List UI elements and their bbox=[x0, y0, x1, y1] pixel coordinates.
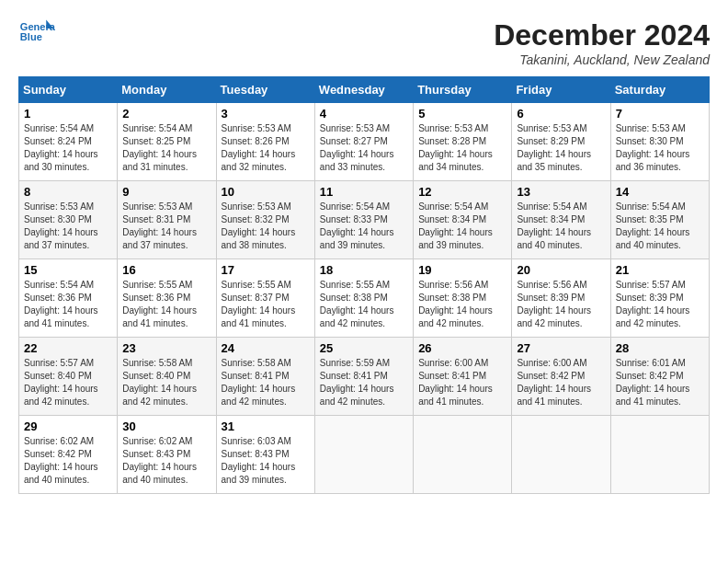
daylight-and-text: and 40 minutes. bbox=[122, 475, 188, 485]
svg-text:Blue: Blue bbox=[20, 31, 42, 42]
sunset-text: Sunset: 8:24 PM bbox=[24, 136, 92, 146]
calendar-day-cell: 21Sunrise: 5:57 AMSunset: 8:39 PMDayligh… bbox=[610, 259, 709, 338]
daylight-and-text: and 42 minutes. bbox=[320, 396, 385, 407]
daylight-and-text: and 38 minutes. bbox=[222, 240, 287, 250]
calendar-day-cell: 15Sunrise: 5:54 AMSunset: 8:36 PMDayligh… bbox=[19, 259, 118, 338]
sunset-text: Sunset: 8:41 PM bbox=[222, 371, 290, 381]
day-info: Sunrise: 6:01 AMSunset: 8:42 PMDaylight:… bbox=[616, 357, 704, 408]
sunset-text: Sunset: 8:39 PM bbox=[616, 293, 684, 303]
day-info: Sunrise: 6:03 AMSunset: 8:43 PMDaylight:… bbox=[222, 435, 310, 487]
sunrise-text: Sunrise: 5:55 AM bbox=[122, 280, 192, 290]
day-number: 20 bbox=[517, 263, 605, 277]
calendar-day-cell: 14Sunrise: 5:54 AMSunset: 8:35 PMDayligh… bbox=[610, 181, 709, 259]
day-info: Sunrise: 5:55 AMSunset: 8:38 PMDaylight:… bbox=[320, 279, 408, 330]
daylight-text: Daylight: 14 hours bbox=[24, 227, 98, 237]
sunset-text: Sunset: 8:42 PM bbox=[517, 371, 585, 381]
sunset-text: Sunset: 8:35 PM bbox=[616, 214, 684, 224]
daylight-and-text: and 41 minutes. bbox=[24, 318, 89, 328]
sunset-text: Sunset: 8:37 PM bbox=[222, 293, 290, 303]
day-info: Sunrise: 6:02 AMSunset: 8:43 PMDaylight:… bbox=[122, 435, 210, 487]
sunrise-text: Sunrise: 5:57 AM bbox=[24, 358, 94, 368]
day-info: Sunrise: 5:53 AMSunset: 8:28 PMDaylight:… bbox=[418, 122, 506, 174]
daylight-and-text: and 31 minutes. bbox=[122, 162, 188, 172]
daylight-text: Daylight: 14 hours bbox=[616, 305, 690, 316]
daylight-and-text: and 41 minutes. bbox=[616, 396, 681, 407]
sunset-text: Sunset: 8:40 PM bbox=[122, 371, 190, 381]
day-number: 11 bbox=[320, 185, 408, 199]
calendar-day-cell: 9Sunrise: 5:53 AMSunset: 8:31 PMDaylight… bbox=[118, 181, 216, 259]
calendar-day-cell: 10Sunrise: 5:53 AMSunset: 8:32 PMDayligh… bbox=[216, 181, 314, 259]
daylight-and-text: and 39 minutes. bbox=[320, 240, 385, 250]
daylight-text: Daylight: 14 hours bbox=[222, 462, 296, 472]
calendar-day-cell: 31Sunrise: 6:03 AMSunset: 8:43 PMDayligh… bbox=[216, 416, 314, 494]
daylight-text: Daylight: 14 hours bbox=[418, 305, 493, 316]
sunrise-text: Sunrise: 5:58 AM bbox=[122, 358, 192, 368]
calendar-day-cell: 5Sunrise: 5:53 AMSunset: 8:28 PMDaylight… bbox=[414, 103, 512, 181]
day-info: Sunrise: 5:53 AMSunset: 8:31 PMDaylight:… bbox=[122, 201, 210, 252]
calendar-day-cell: 25Sunrise: 5:59 AMSunset: 8:41 PMDayligh… bbox=[314, 338, 413, 416]
day-number: 24 bbox=[222, 341, 310, 355]
day-info: Sunrise: 5:54 AMSunset: 8:33 PMDaylight:… bbox=[320, 201, 408, 252]
day-number: 19 bbox=[418, 263, 506, 277]
daylight-text: Daylight: 14 hours bbox=[616, 384, 690, 394]
daylight-text: Daylight: 14 hours bbox=[222, 305, 296, 316]
sunrise-text: Sunrise: 5:53 AM bbox=[517, 123, 586, 133]
daylight-and-text: and 32 minutes. bbox=[222, 162, 287, 172]
day-info: Sunrise: 5:55 AMSunset: 8:36 PMDaylight:… bbox=[122, 279, 210, 330]
day-info: Sunrise: 5:56 AMSunset: 8:39 PMDaylight:… bbox=[517, 279, 605, 330]
daylight-text: Daylight: 14 hours bbox=[222, 384, 296, 394]
sunset-text: Sunset: 8:36 PM bbox=[24, 293, 92, 303]
sunrise-text: Sunrise: 6:02 AM bbox=[24, 436, 94, 446]
daylight-text: Daylight: 14 hours bbox=[320, 384, 394, 394]
sunset-text: Sunset: 8:41 PM bbox=[418, 371, 486, 381]
sunset-text: Sunset: 8:41 PM bbox=[320, 371, 388, 381]
day-info: Sunrise: 5:53 AMSunset: 8:30 PMDaylight:… bbox=[24, 201, 112, 252]
day-info: Sunrise: 5:58 AMSunset: 8:40 PMDaylight:… bbox=[122, 357, 210, 408]
day-info: Sunrise: 5:54 AMSunset: 8:36 PMDaylight:… bbox=[24, 279, 112, 330]
daylight-and-text: and 40 minutes. bbox=[517, 240, 582, 250]
calendar-week-row: 22Sunrise: 5:57 AMSunset: 8:40 PMDayligh… bbox=[19, 338, 710, 416]
day-number: 2 bbox=[122, 107, 210, 121]
daylight-text: Daylight: 14 hours bbox=[24, 462, 98, 472]
daylight-text: Daylight: 14 hours bbox=[222, 227, 296, 237]
daylight-text: Daylight: 14 hours bbox=[122, 305, 197, 316]
header-row: SundayMondayTuesdayWednesdayThursdayFrid… bbox=[19, 77, 710, 103]
daylight-and-text: and 42 minutes. bbox=[320, 318, 385, 328]
sunrise-text: Sunrise: 5:57 AM bbox=[616, 280, 686, 290]
calendar-day-cell: 1Sunrise: 5:54 AMSunset: 8:24 PMDaylight… bbox=[19, 103, 118, 181]
weekday-header: Sunday bbox=[19, 77, 118, 103]
day-number: 3 bbox=[222, 107, 310, 121]
sunrise-text: Sunrise: 6:02 AM bbox=[122, 436, 192, 446]
daylight-text: Daylight: 14 hours bbox=[517, 384, 591, 394]
day-info: Sunrise: 5:53 AMSunset: 8:32 PMDaylight:… bbox=[222, 201, 310, 252]
day-info: Sunrise: 6:00 AMSunset: 8:42 PMDaylight:… bbox=[517, 357, 605, 408]
sunrise-text: Sunrise: 6:00 AM bbox=[418, 358, 488, 368]
day-number: 18 bbox=[320, 263, 408, 277]
daylight-and-text: and 42 minutes. bbox=[24, 396, 89, 407]
day-number: 12 bbox=[418, 185, 506, 199]
day-number: 26 bbox=[418, 341, 506, 355]
sunrise-text: Sunrise: 5:59 AM bbox=[320, 358, 390, 368]
day-info: Sunrise: 5:53 AMSunset: 8:30 PMDaylight:… bbox=[616, 122, 704, 174]
day-info: Sunrise: 5:57 AMSunset: 8:39 PMDaylight:… bbox=[616, 279, 704, 330]
day-info: Sunrise: 5:54 AMSunset: 8:25 PMDaylight:… bbox=[122, 122, 210, 174]
daylight-text: Daylight: 14 hours bbox=[418, 384, 493, 394]
weekday-header: Monday bbox=[118, 77, 216, 103]
sunset-text: Sunset: 8:40 PM bbox=[24, 371, 92, 381]
sunrise-text: Sunrise: 5:53 AM bbox=[418, 123, 488, 133]
sunrise-text: Sunrise: 5:54 AM bbox=[122, 123, 192, 133]
day-info: Sunrise: 5:55 AMSunset: 8:37 PMDaylight:… bbox=[222, 279, 310, 330]
day-info: Sunrise: 6:02 AMSunset: 8:42 PMDaylight:… bbox=[24, 435, 112, 487]
calendar-day-cell: 20Sunrise: 5:56 AMSunset: 8:39 PMDayligh… bbox=[512, 259, 610, 338]
sunrise-text: Sunrise: 5:55 AM bbox=[320, 280, 390, 290]
day-number: 5 bbox=[418, 107, 506, 121]
weekday-header: Thursday bbox=[414, 77, 512, 103]
calendar-day-cell: 6Sunrise: 5:53 AMSunset: 8:29 PMDaylight… bbox=[512, 103, 610, 181]
day-number: 7 bbox=[616, 107, 704, 121]
month-title: December 2024 bbox=[494, 18, 710, 52]
daylight-and-text: and 33 minutes. bbox=[320, 162, 385, 172]
day-number: 8 bbox=[24, 185, 112, 199]
calendar-day-cell bbox=[610, 416, 709, 494]
sunrise-text: Sunrise: 5:53 AM bbox=[320, 123, 390, 133]
daylight-and-text: and 42 minutes. bbox=[122, 396, 188, 407]
